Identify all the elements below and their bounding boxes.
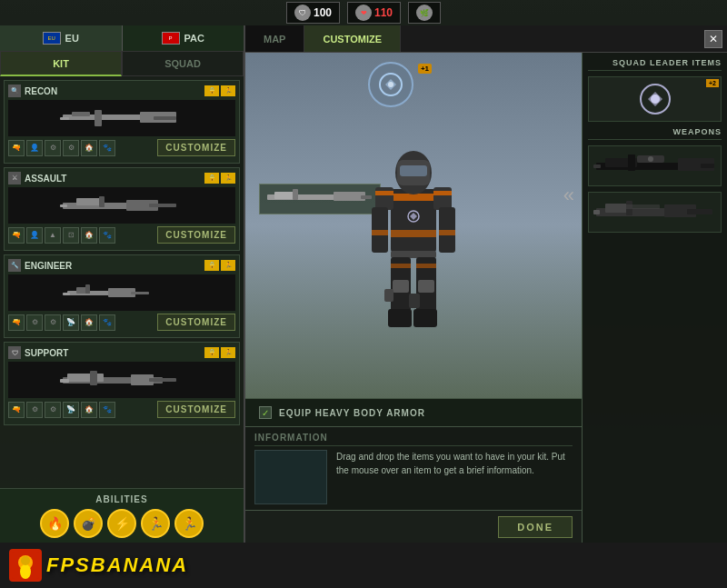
sup-icon-4[interactable]: 📡 — [63, 402, 79, 418]
tab-customize[interactable]: CUSTOMIZE — [304, 25, 401, 52]
assault-weapon-svg — [8, 193, 235, 218]
svg-rect-39 — [375, 191, 393, 195]
recon-icon-3[interactable]: ⚙ — [45, 140, 61, 156]
slot-circle[interactable] — [368, 62, 413, 107]
recon-header: 🔍 RECON 🔒 🏃 — [8, 85, 235, 97]
assault-badge-run: 🏃 — [221, 173, 235, 184]
weapon-item-2[interactable] — [588, 192, 722, 233]
recon-icon: 🔍 — [8, 85, 21, 97]
kit-item-recon: 🔍 RECON 🔒 🏃 — [4, 80, 240, 164]
svg-point-66 — [648, 156, 653, 162]
kit-item-engineer: 🔧 ENGINEER 🔒 🏃 — [4, 254, 240, 338]
engineer-name: 🔧 ENGINEER — [8, 259, 72, 272]
support-badges: 🔒 🏃 — [204, 347, 235, 358]
svg-rect-62 — [628, 154, 635, 171]
engineer-icons-row: 🔫 ⚙ ⚙ 📡 🏠 🐾 CUSTOMIZE — [8, 314, 235, 331]
support-customize-button[interactable]: CUSTOMIZE — [157, 401, 235, 418]
svg-point-25 — [388, 82, 393, 87]
svg-rect-56 — [384, 289, 393, 302]
pac-flag: P — [162, 32, 180, 45]
svg-rect-9 — [99, 196, 105, 207]
eng-badge-run: 🏃 — [221, 260, 235, 271]
ability-2[interactable]: 💣 — [74, 509, 103, 538]
tab-kit[interactable]: KIT — [0, 51, 122, 76]
tab-map[interactable]: MAP — [245, 25, 304, 52]
assault-header: ⚔ ASSAULT 🔒 🏃 — [8, 172, 235, 184]
svg-rect-17 — [63, 293, 70, 295]
assault-icon-6[interactable]: 🐾 — [99, 227, 115, 244]
sup-badge-run: 🏃 — [221, 347, 235, 358]
svg-rect-48 — [393, 280, 409, 293]
assault-icon-2[interactable]: 👤 — [26, 227, 43, 244]
info-panel: INFORMATION Drag and drop the items you … — [245, 426, 582, 510]
eng-icon-1[interactable]: 🔫 — [8, 314, 25, 331]
recon-name: 🔍 RECON — [8, 85, 57, 97]
ability-3[interactable]: ⚡ — [107, 509, 136, 538]
top-hud: 🛡 100 ❤ 110 🌿 — [0, 0, 727, 25]
recon-icon-5[interactable]: 🏠 — [81, 140, 97, 156]
equip-checkbox[interactable]: ✓ — [259, 406, 272, 419]
assault-customize-button[interactable]: CUSTOMIZE — [157, 226, 235, 244]
recon-icons-row: 🔫 👤 ⚙ ⚙ 🏠 🐾 CUSTOMIZE — [8, 139, 235, 156]
sup-icon-3[interactable]: ⚙ — [45, 402, 61, 418]
weapons-title: WEAPONS — [588, 127, 722, 140]
recon-icon-1[interactable]: 🔫 — [8, 140, 25, 156]
svg-rect-3 — [95, 110, 102, 126]
equip-bar: ✓ EQUIP HEAVY BODY ARMOR — [245, 398, 582, 426]
info-thumbnail — [254, 450, 327, 504]
svg-rect-16 — [131, 292, 149, 294]
close-button[interactable]: ✕ — [704, 30, 722, 48]
recon-icon-2[interactable]: 👤 — [26, 140, 43, 156]
assault-badges: 🔒 🏃 — [204, 173, 235, 184]
svg-rect-10 — [149, 204, 176, 207]
tab-squad[interactable]: SQUAD — [122, 51, 244, 76]
sup-icon-5[interactable]: 🏠 — [81, 402, 97, 418]
ability-5[interactable]: 🏃 — [174, 509, 204, 538]
engineer-customize-button[interactable]: CUSTOMIZE — [157, 314, 235, 331]
hud-shield: 🛡 100 — [286, 2, 340, 24]
kit-item-assault: ⚔ ASSAULT 🔒 🏃 — [4, 167, 240, 251]
assault-icon-3[interactable]: ▲ — [45, 227, 61, 244]
recon-badges: 🔒 🏃 — [204, 85, 235, 96]
recon-icon-4[interactable]: ⚙ — [63, 140, 79, 156]
recon-icon-6[interactable]: 🐾 — [99, 140, 115, 156]
assault-icon-1[interactable]: 🔫 — [8, 227, 25, 244]
weapon-item-1[interactable] — [588, 145, 722, 186]
eng-icon-5[interactable]: 🏠 — [81, 314, 97, 331]
sup-icon-2[interactable]: ⚙ — [26, 402, 43, 418]
sup-icon-6[interactable]: 🐾 — [99, 402, 115, 418]
eng-icon-6[interactable]: 🐾 — [99, 314, 115, 331]
svg-rect-23 — [60, 379, 69, 383]
engineer-icon: 🔧 — [8, 259, 21, 272]
recon-weapon-svg — [8, 105, 235, 131]
assault-icon-5[interactable]: 🏠 — [81, 227, 97, 244]
svg-rect-15 — [85, 284, 90, 294]
assault-badge-lock: 🔒 — [204, 173, 219, 184]
squad-leader-item[interactable]: +2 — [588, 76, 722, 122]
svg-rect-5 — [60, 117, 69, 120]
faction-pac-label: PAC — [184, 33, 204, 44]
svg-rect-52 — [391, 264, 411, 268]
done-bar: DONE — [245, 510, 582, 543]
svg-rect-50 — [388, 309, 412, 327]
done-button[interactable]: DONE — [498, 516, 573, 538]
eng-icon-4[interactable]: 📡 — [63, 314, 79, 331]
assault-icon-4[interactable]: ⊡ — [63, 227, 79, 244]
health-icon: ❤ — [355, 5, 372, 21]
ability-1[interactable]: 🔥 — [40, 509, 69, 538]
eng-icon-2[interactable]: ⚙ — [26, 314, 43, 331]
kit-item-support: 🛡 SUPPORT 🔒 🏃 — [4, 342, 240, 425]
ability-4[interactable]: 🏃 — [141, 509, 170, 538]
support-weapon-area — [8, 362, 235, 398]
svg-rect-49 — [418, 280, 434, 293]
health-value: 110 — [374, 6, 393, 19]
left-panel: EU EU P PAC KIT SQUAD 🔍 — [0, 25, 245, 543]
bottom-banner: FPSBANANA — [0, 543, 727, 588]
weapon-1-svg — [592, 149, 719, 184]
info-text: Drag and drop the items you want to have… — [336, 450, 573, 504]
eng-icon-3[interactable]: ⚙ — [45, 314, 61, 331]
recon-customize-button[interactable]: CUSTOMIZE — [157, 139, 235, 156]
sup-icon-1[interactable]: 🔫 — [8, 402, 25, 418]
eu-flag: EU — [43, 32, 61, 45]
kit-squad-tabs: KIT SQUAD — [0, 51, 244, 76]
